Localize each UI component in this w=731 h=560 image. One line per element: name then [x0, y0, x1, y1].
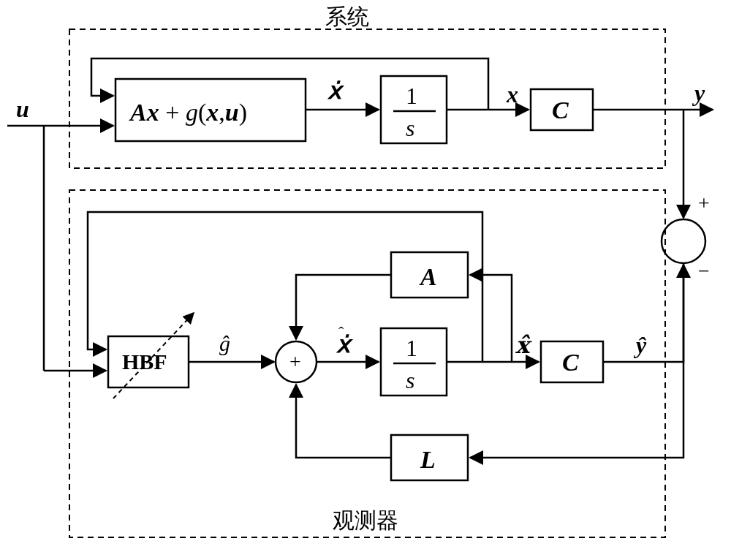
- sum-minus: −: [698, 260, 710, 282]
- signal-yhat: ŷ: [633, 332, 647, 358]
- system-label: 系统: [325, 4, 369, 29]
- signal-xhatdot: ẋ: [336, 331, 354, 357]
- L-to-sum: [296, 385, 391, 458]
- sys-C-text: C: [552, 97, 569, 124]
- signal-x: x: [506, 81, 518, 107]
- obs-integrator-num: 1: [406, 335, 417, 361]
- signal-u: u: [16, 96, 29, 122]
- obs-A-text: A: [419, 263, 437, 290]
- sum-plus-top: +: [698, 192, 710, 214]
- sys-integrator-den: s: [406, 115, 414, 141]
- obs-C-text: C: [562, 349, 579, 376]
- xhat-to-A: [470, 275, 512, 362]
- signal-xdot: ẋ: [327, 77, 345, 104]
- sys-integrator-num: 1: [406, 83, 417, 109]
- obs-integrator-den: s: [406, 367, 414, 393]
- sys-eq-text: Ax + g(x,u): [129, 99, 247, 126]
- obs-L-text: L: [420, 446, 436, 473]
- sum-junction: [662, 219, 705, 263]
- signal-ghat: ĝ: [219, 331, 230, 355]
- signal-y: y: [692, 80, 705, 106]
- block-diagram: 系统 u Ax + g(x,u) ẋ 1 s x C y + − 观测器 HBF…: [0, 0, 731, 560]
- observer-label: 观测器: [333, 508, 398, 532]
- signal-xhat: x̂: [515, 332, 532, 358]
- hbf-text: HBF: [122, 349, 167, 374]
- obs-sum-plus: +: [289, 350, 301, 373]
